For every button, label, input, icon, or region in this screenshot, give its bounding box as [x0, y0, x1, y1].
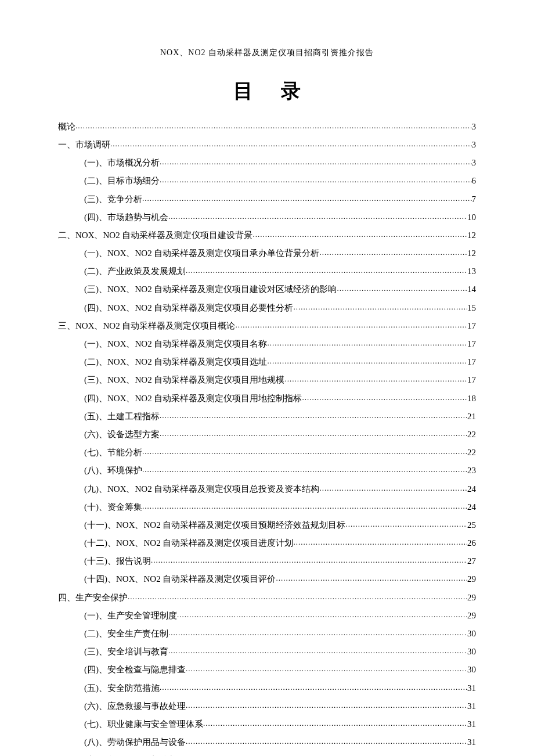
toc-entry-page: 30	[467, 643, 476, 661]
toc-row: (八)、劳动保护用品与设备31	[58, 733, 476, 751]
toc-leader-dots	[177, 751, 467, 756]
toc-entry-page: 24	[467, 498, 476, 516]
toc-row: (五)、土建工程指标21	[58, 408, 476, 426]
toc-leader-dots	[337, 280, 467, 296]
toc-row: 三、NOX、NO2 自动采样器及测定仪项目概论17	[58, 317, 476, 335]
toc-row: (三)、竞争分析7	[58, 190, 476, 208]
toc-leader-dots	[252, 226, 467, 242]
toc-row: (二)、产业政策及发展规划13	[58, 262, 476, 280]
toc-row: (四)、NOX、NO2 自动采样器及测定仪项目必要性分析15	[58, 299, 476, 317]
toc-entry-label: (一)、市场概况分析	[84, 154, 160, 172]
toc-entry-page: 31	[467, 679, 476, 697]
toc-row: (六)、应急救援与事故处理31	[58, 697, 476, 715]
toc-row: (三)、安全培训与教育30	[58, 643, 476, 661]
toc-row: (十三)、报告说明27	[58, 552, 476, 570]
toc-entry-label: (六)、应急救援与事故处理	[84, 697, 186, 715]
toc-entry-label: (十)、资金筹集	[84, 498, 142, 516]
toc-row: (十四)、NOX、NO2 自动采样器及测定仪项目评价29	[58, 570, 476, 588]
toc-row: (三)、NOX、NO2 自动采样器及测定仪项目建设对区域经济的影响14	[58, 280, 476, 298]
toc-entry-page: 12	[467, 226, 476, 244]
toc-leader-dots	[276, 570, 467, 586]
toc-leader-dots	[168, 643, 467, 658]
toc-leader-dots	[302, 390, 467, 405]
toc-entry-page: 22	[467, 426, 476, 444]
toc-entry-label: (三)、安全培训与教育	[84, 643, 168, 661]
toc-row: (九)、危险源管理与控制32	[58, 751, 476, 756]
toc-leader-dots	[142, 190, 472, 206]
toc-row: (三)、NOX、NO2 自动采样器及测定仪项目用地规模17	[58, 371, 476, 389]
toc-entry-label: (四)、NOX、NO2 自动采样器及测定仪项目用地控制指标	[84, 390, 302, 408]
toc-entry-page: 22	[467, 444, 476, 462]
toc-row: (六)、设备选型方案22	[58, 426, 476, 444]
toc-entry-label: (六)、设备选型方案	[84, 426, 160, 444]
toc-entry-label: (七)、节能分析	[84, 444, 142, 462]
toc-leader-dots	[345, 516, 467, 532]
toc-row: (九)、NOX、NO2 自动采样器及测定仪项目总投资及资本结构24	[58, 480, 476, 498]
toc-entry-label: 概论	[58, 118, 75, 136]
toc-entry-label: (一)、生产安全管理制度	[84, 607, 177, 625]
toc-entry-label: (十二)、NOX、NO2 自动采样器及测定仪项目进度计划	[84, 534, 293, 552]
toc-entry-page: 32	[467, 751, 476, 756]
toc-leader-dots	[235, 317, 467, 333]
table-of-contents: 概论3一、市场调研3(一)、市场概况分析3(二)、目标市场细分6(三)、竞争分析…	[58, 118, 476, 756]
toc-entry-label: (四)、市场趋势与机会	[84, 208, 168, 226]
toc-entry-label: 三、NOX、NO2 自动采样器及测定仪项目概论	[58, 317, 235, 335]
toc-row: (七)、职业健康与安全管理体系31	[58, 715, 476, 733]
toc-entry-page: 17	[467, 317, 476, 335]
toc-entry-label: (七)、职业健康与安全管理体系	[84, 715, 203, 733]
toc-entry-page: 21	[467, 408, 476, 426]
toc-entry-label: (八)、环境保护	[84, 462, 142, 480]
toc-leader-dots	[110, 136, 472, 152]
toc-entry-label: (四)、NOX、NO2 自动采样器及测定仪项目必要性分析	[84, 299, 293, 317]
toc-entry-page: 17	[467, 371, 476, 389]
toc-row: (四)、NOX、NO2 自动采样器及测定仪项目用地控制指标18	[58, 390, 476, 408]
toc-row: (二)、NOX、NO2 自动采样器及测定仪项目选址17	[58, 353, 476, 371]
toc-entry-label: (一)、NOX、NO2 自动采样器及测定仪项目承办单位背景分析	[84, 244, 319, 262]
toc-entry-page: 27	[467, 552, 476, 570]
toc-entry-page: 25	[467, 516, 476, 534]
toc-entry-page: 29	[467, 607, 476, 625]
toc-row: (一)、生产安全管理制度29	[58, 607, 476, 625]
toc-entry-label: (一)、NOX、NO2 自动采样器及测定仪项目名称	[84, 335, 267, 353]
toc-leader-dots	[142, 498, 467, 514]
toc-leader-dots	[267, 335, 467, 351]
toc-row: (四)、安全检查与隐患排查30	[58, 661, 476, 679]
toc-leader-dots	[142, 462, 467, 477]
toc-row: (四)、市场趋势与机会10	[58, 208, 476, 226]
toc-row: (七)、节能分析22	[58, 444, 476, 462]
toc-leader-dots	[284, 371, 467, 387]
page-header: NOX、NO2 自动采样器及测定仪项目招商引资推介报告	[58, 46, 476, 59]
toc-leader-dots	[160, 679, 467, 695]
toc-entry-page: 3	[472, 118, 477, 136]
toc-entry-page: 30	[467, 625, 476, 643]
toc-entry-page: 12	[467, 244, 476, 262]
toc-entry-label: (三)、NOX、NO2 自动采样器及测定仪项目用地规模	[84, 371, 284, 389]
toc-entry-page: 31	[467, 697, 476, 715]
toc-row: (十)、资金筹集24	[58, 498, 476, 516]
toc-entry-label: (四)、安全检查与隐患排查	[84, 661, 186, 679]
toc-entry-page: 29	[467, 589, 476, 607]
toc-row: (五)、安全防范措施31	[58, 679, 476, 697]
toc-entry-page: 14	[467, 280, 476, 298]
toc-leader-dots	[160, 408, 467, 423]
toc-entry-page: 23	[467, 462, 476, 480]
toc-entry-label: 二、NOX、NO2 自动采样器及测定仪项目建设背景	[58, 226, 252, 244]
toc-leader-dots	[186, 661, 467, 676]
toc-row: 一、市场调研3	[58, 136, 476, 154]
toc-entry-page: 17	[467, 353, 476, 371]
toc-entry-label: (十四)、NOX、NO2 自动采样器及测定仪项目评价	[84, 570, 276, 588]
toc-entry-label: (八)、劳动保护用品与设备	[84, 733, 186, 751]
toc-leader-dots	[160, 172, 472, 188]
toc-leader-dots	[319, 244, 467, 260]
toc-row: 二、NOX、NO2 自动采样器及测定仪项目建设背景12	[58, 226, 476, 244]
toc-row: 四、生产安全保护29	[58, 589, 476, 607]
toc-leader-dots	[319, 480, 467, 496]
toc-entry-label: (二)、NOX、NO2 自动采样器及测定仪项目选址	[84, 353, 267, 371]
toc-leader-dots	[267, 353, 467, 369]
toc-row: (一)、NOX、NO2 自动采样器及测定仪项目名称17	[58, 335, 476, 353]
toc-leader-dots	[128, 589, 467, 604]
toc-leader-dots	[151, 552, 467, 568]
toc-entry-page: 13	[467, 262, 476, 280]
toc-entry-page: 26	[467, 534, 476, 552]
toc-entry-label: (九)、危险源管理与控制	[84, 751, 177, 756]
